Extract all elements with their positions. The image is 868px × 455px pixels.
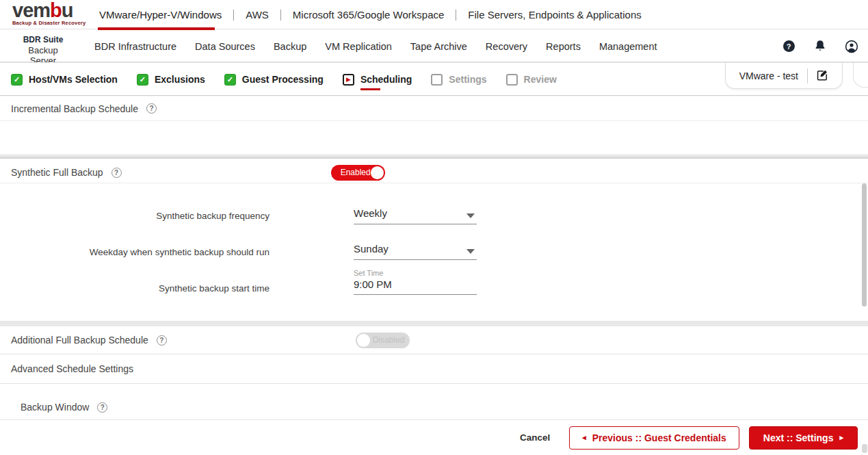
menu-recovery[interactable]: Recovery: [486, 41, 527, 52]
frequency-select[interactable]: Weekly: [354, 207, 477, 224]
weekday-select[interactable]: Sunday: [354, 243, 477, 260]
section-title: Synthetic Full Backup: [11, 167, 103, 178]
incremental-backup-schedule-section: Incremental Backup Schedule ?: [0, 96, 868, 154]
product-name[interactable]: BDR Suite Backup Server: [15, 35, 71, 66]
empty-checkbox-icon: [506, 74, 518, 86]
footer-action-bar: Cancel ◂ Previous :: Guest Credentials N…: [0, 420, 868, 455]
menu-backup[interactable]: Backup: [274, 41, 306, 52]
menu-tape-archive[interactable]: Tape Archive: [410, 41, 467, 52]
field-label-frequency: Synthetic backup frequency: [0, 211, 269, 221]
section-title: Advanced Schedule Settings: [11, 363, 133, 374]
cancel-button[interactable]: Cancel: [520, 432, 550, 443]
help-icon[interactable]: ?: [111, 168, 122, 178]
tab-edge-curve: [853, 63, 868, 88]
header-icons: ?: [782, 30, 858, 62]
active-nav-underline: [98, 27, 215, 30]
field-label-start-time: Synthetic backup start time: [0, 283, 269, 294]
synthetic-backup-toggle[interactable]: Enabled: [331, 165, 385, 181]
step-scheduling[interactable]: ▶ Scheduling: [343, 74, 412, 86]
notifications-bell-icon[interactable]: [813, 40, 827, 53]
product-nav: VMware/Hyper-V/Windows AWS Microsoft 365…: [98, 0, 643, 29]
job-name-tab: VMware - test: [725, 63, 843, 89]
next-button[interactable]: Next :: Settings ▸: [749, 426, 858, 450]
vembu-logo[interactable]: vembu Backup & Disaster Recovery: [12, 1, 88, 29]
right-arrow-icon: ▸: [839, 433, 843, 442]
nav-separator: [280, 10, 281, 21]
wizard-step-bar: ✓ Host/VMs Selection ✓ Exclusions ✓ Gues…: [0, 62, 868, 96]
toggle-knob: [371, 166, 384, 179]
additional-full-backup-section: Additional Full Backup Schedule ? Disabl…: [0, 326, 868, 354]
nav-separator: [233, 10, 234, 21]
check-icon: ✓: [137, 74, 148, 86]
backup-window-section: Backup Window ?: [0, 385, 868, 418]
check-icon: ✓: [11, 74, 23, 86]
main-menu: BDR Infrastructure Data Sources Backup V…: [94, 30, 657, 62]
top-brand-bar: vembu Backup & Disaster Recovery VMware/…: [0, 0, 868, 29]
menu-reports[interactable]: Reports: [546, 41, 581, 52]
nav-file-servers[interactable]: File Servers, Endpoints & Applications: [466, 9, 642, 21]
play-icon: ▶: [343, 74, 354, 86]
help-icon[interactable]: ?: [782, 40, 795, 53]
step-exclusions[interactable]: ✓ Exclusions: [137, 74, 205, 86]
toggle-knob: [357, 334, 370, 347]
wizard-steps: ✓ Host/VMs Selection ✓ Exclusions ✓ Gues…: [11, 63, 557, 96]
tab-divider: [807, 68, 808, 83]
start-time-input[interactable]: Set Time 9:00 PM: [354, 269, 477, 295]
nav-vmware-hyperv-windows[interactable]: VMware/Hyper-V/Windows: [98, 9, 223, 21]
scrollbar-corner: [862, 444, 867, 453]
field-label-weekday: Weekday when synthetic backup should run: [0, 247, 269, 257]
advanced-schedule-settings-section[interactable]: Advanced Schedule Settings: [0, 354, 868, 384]
menu-bdr-infrastructure[interactable]: BDR Infrastructure: [94, 41, 176, 52]
job-name: VMware - test: [739, 70, 798, 81]
horizontal-scrollbar[interactable]: [0, 154, 868, 159]
additional-backup-toggle[interactable]: Disabled: [356, 333, 410, 348]
section-gap: [0, 322, 868, 326]
step-host-vms-selection[interactable]: ✓ Host/VMs Selection: [11, 74, 118, 86]
nav-separator: [456, 10, 456, 21]
chevron-down-icon: [466, 213, 475, 218]
chevron-down-icon: [466, 249, 475, 254]
app-bar: BDR Suite Backup Server BDR Infrastructu…: [0, 30, 868, 62]
set-time-floating-label: Set Time: [354, 269, 477, 277]
previous-button[interactable]: ◂ Previous :: Guest Credentials: [569, 426, 739, 450]
section-title: Backup Window: [21, 402, 89, 413]
menu-data-sources[interactable]: Data Sources: [195, 41, 255, 52]
check-icon: ✓: [224, 74, 236, 86]
vertical-scrollbar[interactable]: [862, 183, 867, 307]
account-icon[interactable]: [845, 40, 858, 53]
help-icon[interactable]: ?: [146, 103, 157, 114]
section-title: Additional Full Backup Schedule: [11, 335, 148, 346]
left-arrow-icon: ◂: [582, 433, 586, 442]
edit-job-icon[interactable]: [817, 70, 828, 81]
nav-m365-google[interactable]: Microsoft 365/Google Workspace: [291, 9, 446, 21]
synthetic-full-backup-section: Synthetic Full Backup ? Enabled Syntheti…: [0, 162, 868, 322]
nav-aws[interactable]: AWS: [244, 9, 270, 21]
step-settings[interactable]: Settings: [431, 74, 486, 86]
menu-management[interactable]: Management: [599, 41, 657, 52]
step-review[interactable]: Review: [506, 74, 557, 86]
current-step-underline: [360, 88, 380, 90]
menu-vm-replication[interactable]: VM Replication: [325, 41, 392, 52]
help-icon[interactable]: ?: [97, 402, 107, 413]
empty-checkbox-icon: [431, 74, 443, 86]
section-title: Incremental Backup Schedule: [11, 103, 138, 114]
logo-tagline: Backup & Disaster Recovery: [12, 20, 88, 26]
help-icon[interactable]: ?: [157, 335, 167, 346]
step-guest-processing[interactable]: ✓ Guest Processing: [224, 74, 324, 86]
